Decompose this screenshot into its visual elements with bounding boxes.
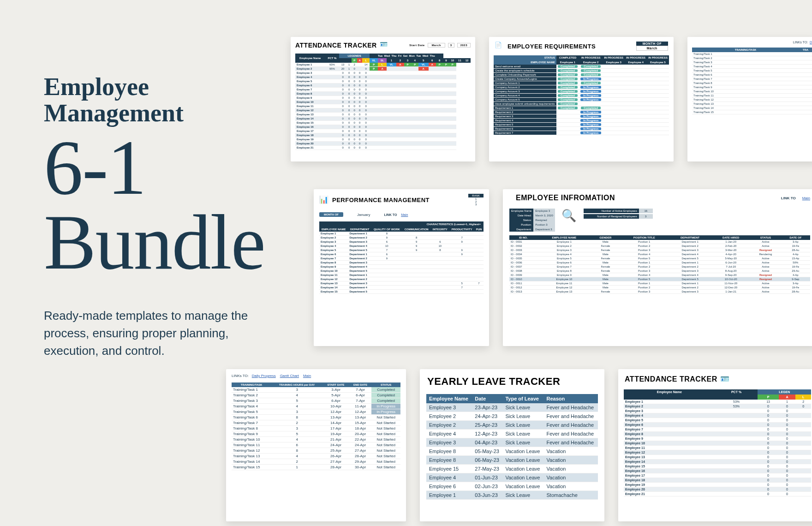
link-main[interactable]: Main [303,374,311,378]
empinfo-table: ID NO.EMPLOYEE NAMEGENDERPOSITION TITLED… [509,235,810,294]
link-gantt[interactable]: Gantt Chart [280,374,299,378]
magnifier-user-icon: 🔍 [561,209,577,224]
id-card-icon: 🪪 [380,41,389,50]
hero: EmployeeManagement 6-1Bundle Ready-made … [44,74,284,359]
document-icon: 📄 [495,42,504,51]
requirements-title: 📄 EMPLOYEE REQUIREMENTS MONTH OF March [489,37,674,55]
gauge-icon: 📊 [319,195,328,204]
hero-subtitle: EmployeeManagement [44,74,284,126]
hero-title: 6-1Bundle [44,131,284,280]
employee-detail-box: Employee NameEmployee 3Date Hired:March … [509,209,555,232]
resigned-count-label: Number of Resigned Employees [584,214,639,219]
card-employee-info: EMPLOYEE INFROMATION LINK TO Main Employ… [503,189,812,346]
card-employee-requirements: 📄 EMPLOYEE REQUIREMENTS MONTH OF March S… [489,37,674,161]
requirements-table: STATUS COMPLETEDIN PROGRESS IN PROGRESSI… [494,55,669,135]
card-attendance-tracker: ATTENDANCE TRACKER 🪪 Start Date March 3 … [291,37,475,161]
attendance-table: Employee Name PCT % LEGENDS Tue Wed Thu … [295,54,471,150]
attendance-title: ATTENDANCE TRACKER 🪪 Start Date March 3 … [291,37,475,54]
link-main[interactable]: Main [802,196,810,200]
card-performance: 📊 PERFORMANCE MANAGEMENT RANK 123 MONTH … [314,189,489,346]
hero-description: Ready-made templates to manage the proce… [44,307,265,359]
link-daily-progress[interactable]: Daily Progress [252,374,276,378]
attendance2-title: ATTENDANCE TRACKER 🪪 [618,369,812,389]
leave-table: Employee NameDateType of LeaveReason Emp… [426,394,598,500]
performance-title: PERFORMANCE MANAGEMENT [332,197,430,203]
link[interactable]: D [810,41,812,44]
link-main[interactable]: Main [401,213,408,216]
empinfo-title: EMPLOYEE INFROMATION [509,189,621,207]
card-attendance-2: ATTENDANCE TRACKER 🪪 Employee Name PCT %… [618,369,812,521]
card-training-full: LINKs TO: Daily Progress Gantt Chart Mai… [226,369,406,521]
id-card-icon: 🪪 [720,375,729,384]
active-count-label: Number of Active Employees [584,209,639,213]
leave-title: YEARLY LEAVE TRACKER [420,369,604,394]
card-leave-tracker: YEARLY LEAVE TRACKER Employee NameDateTy… [420,369,604,521]
card-training-small: LINKs TO: D TRAINING/TASKTRA Training/Ta… [687,37,812,161]
